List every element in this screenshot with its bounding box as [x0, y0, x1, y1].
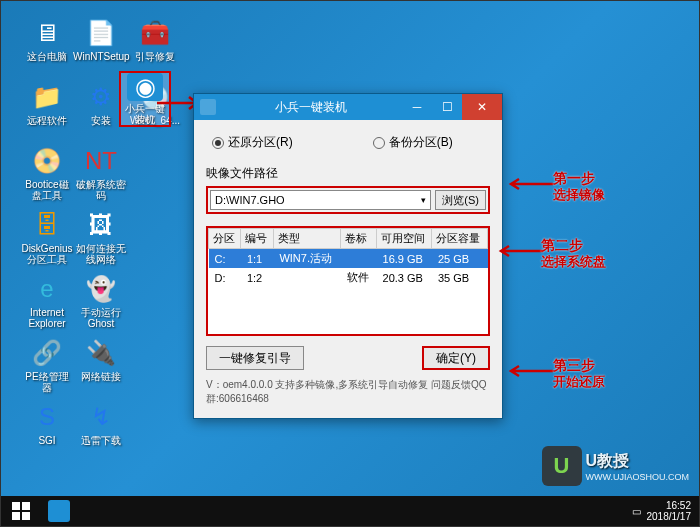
icon-label: DiskGenius分区工具 — [21, 243, 73, 265]
icon-label: 网络链接 — [81, 371, 121, 382]
app-icon: 🖼 — [85, 209, 117, 241]
svg-rect-1 — [22, 502, 30, 510]
table-row[interactable]: D:1:2软件20.3 GB35 GB — [209, 268, 488, 287]
annotation-arrow-1 — [505, 177, 555, 191]
app-icon: ↯ — [85, 401, 117, 433]
watermark-text: U教授 — [586, 452, 630, 469]
icon-label: WinNTSetup — [73, 51, 129, 62]
taskbar: ▭ 16:52 2018/1/17 — [1, 496, 699, 526]
desktop-icon[interactable]: SSGI — [21, 401, 73, 457]
clock[interactable]: 16:52 2018/1/17 — [647, 500, 692, 522]
icon-label: 引导修复 — [135, 51, 175, 62]
table-cell: 1:2 — [241, 268, 273, 287]
icon-label: 远程软件 — [27, 115, 67, 126]
icon-label: 如何连接无线网络 — [75, 243, 127, 265]
taskbar-app-icon[interactable] — [41, 496, 77, 526]
table-cell: 35 GB — [432, 268, 488, 287]
watermark: U U教授 WWW.UJIAOSHOU.COM — [542, 446, 690, 486]
desktop-icon[interactable]: eInternet Explorer — [21, 273, 73, 329]
svg-rect-3 — [22, 512, 30, 520]
titlebar[interactable]: 小兵一键装机 ─ ☐ ✕ — [194, 94, 502, 120]
annotation-arrow-3 — [505, 364, 555, 378]
table-cell: 20.3 GB — [377, 268, 432, 287]
icon-label: 迅雷下载 — [81, 435, 121, 446]
icon-label: PE络管理器 — [21, 371, 73, 393]
app-icon: 🔌 — [85, 337, 117, 369]
table-header[interactable]: 可用空间 — [377, 229, 432, 249]
image-path-input[interactable]: D:\WIN7.GHO ▾ — [210, 190, 431, 210]
browse-button[interactable]: 浏览(S) — [435, 190, 486, 210]
table-cell: D: — [209, 268, 241, 287]
table-header[interactable]: 分区 — [209, 229, 241, 249]
minimize-button[interactable]: ─ — [402, 97, 432, 117]
mode-radios: 还原分区(R) 备份分区(B) — [206, 130, 490, 155]
annotation: 第三步开始还原 — [553, 356, 605, 391]
tray-flag-icon[interactable]: ▭ — [632, 506, 641, 517]
table-cell: C: — [209, 249, 241, 269]
desktop: 🖥这台电脑📄WinNTSetup🧰引导修复📁远程软件⚙安装💿WIN7_64...… — [1, 1, 699, 526]
app-icon: 📀 — [31, 145, 63, 177]
app-icon — [200, 99, 216, 115]
app-icon: 🧰 — [139, 17, 171, 49]
desktop-icon[interactable]: 🔗PE络管理器 — [21, 337, 73, 393]
installer-dialog: 小兵一键装机 ─ ☐ ✕ 还原分区(R) 备份分区(B) 映像文件路径 D:\W… — [193, 93, 503, 419]
desktop-icon[interactable]: 🖼如何连接无线网络 — [75, 209, 127, 265]
table-row[interactable]: C:1:1WIN7.活动16.9 GB25 GB — [209, 249, 488, 269]
repair-boot-button[interactable]: 一键修复引导 — [206, 346, 304, 370]
radio-restore[interactable]: 还原分区(R) — [212, 134, 293, 151]
desktop-icon[interactable]: 📁远程软件 — [21, 81, 73, 137]
button-row: 一键修复引导 确定(Y) — [206, 346, 490, 370]
desktop-icon[interactable]: NT破解系统密码 — [75, 145, 127, 201]
watermark-icon: U — [542, 446, 582, 486]
table-header[interactable]: 卷标 — [341, 229, 377, 249]
table-cell — [273, 268, 341, 287]
desktop-icon[interactable]: 🖥这台电脑 — [21, 17, 73, 73]
path-label: 映像文件路径 — [206, 165, 490, 182]
svg-rect-2 — [12, 512, 20, 520]
annotation-text: 第三步开始还原 — [553, 356, 605, 391]
svg-rect-0 — [12, 502, 20, 510]
app-icon: ⚙ — [85, 81, 117, 113]
desktop-icon[interactable]: ↯迅雷下载 — [75, 401, 127, 457]
app-icon: 🔗 — [31, 337, 63, 369]
window-title: 小兵一键装机 — [220, 99, 402, 116]
annotation: 第二步选择系统盘 — [541, 236, 606, 271]
desktop-icon[interactable]: 🔌网络链接 — [75, 337, 127, 393]
annotation-arrow-2 — [495, 244, 545, 258]
desktop-icon[interactable]: 📄WinNTSetup — [75, 17, 127, 73]
table-header[interactable]: 编号 — [241, 229, 273, 249]
maximize-button[interactable]: ☐ — [432, 97, 462, 117]
desktop-icon[interactable]: 🧰引导修复 — [129, 17, 181, 73]
table-cell: 16.9 GB — [377, 249, 432, 269]
dialog-body: 还原分区(R) 备份分区(B) 映像文件路径 D:\WIN7.GHO ▾ 浏览(… — [194, 120, 502, 416]
radio-backup[interactable]: 备份分区(B) — [373, 134, 453, 151]
table-cell: 1:1 — [241, 249, 273, 269]
dropdown-icon[interactable]: ▾ — [421, 195, 426, 205]
app-icon: 🖥 — [31, 17, 63, 49]
path-row: D:\WIN7.GHO ▾ 浏览(S) — [206, 186, 490, 214]
confirm-button[interactable]: 确定(Y) — [422, 346, 490, 370]
icon-label: 安装 — [91, 115, 111, 126]
close-button[interactable]: ✕ — [462, 94, 502, 120]
desktop-icon[interactable]: 👻手动运行Ghost — [75, 273, 127, 329]
icon-label: 破解系统密码 — [75, 179, 127, 201]
icon-label: Internet Explorer — [21, 307, 73, 329]
annotation-text: 第二步选择系统盘 — [541, 236, 606, 271]
annotation: 第一步选择镜像 — [553, 169, 605, 204]
table-header[interactable]: 分区容量 — [432, 229, 488, 249]
partition-table: 分区编号类型卷标可用空间分区容量 C:1:1WIN7.活动16.9 GB25 G… — [206, 226, 490, 336]
desktop-icon[interactable]: 🗄DiskGenius分区工具 — [21, 209, 73, 265]
app-icon: 📄 — [85, 17, 117, 49]
icon-label: 手动运行Ghost — [75, 307, 127, 329]
app-icon: NT — [85, 145, 117, 177]
system-tray: ▭ 16:52 2018/1/17 — [632, 500, 700, 522]
app-icon: S — [31, 401, 63, 433]
table-header[interactable]: 类型 — [273, 229, 341, 249]
table-cell: WIN7.活动 — [273, 249, 341, 269]
start-button[interactable] — [1, 496, 41, 526]
app-icon: 👻 — [85, 273, 117, 305]
icon-label: SGI — [38, 435, 55, 446]
icon-label: 这台电脑 — [27, 51, 67, 62]
footer-info: V：oem4.0.0.0 支持多种镜像,多系统引导自动修复 问题反馈QQ群:60… — [206, 378, 490, 406]
desktop-icon[interactable]: 📀Bootice磁盘工具 — [21, 145, 73, 201]
